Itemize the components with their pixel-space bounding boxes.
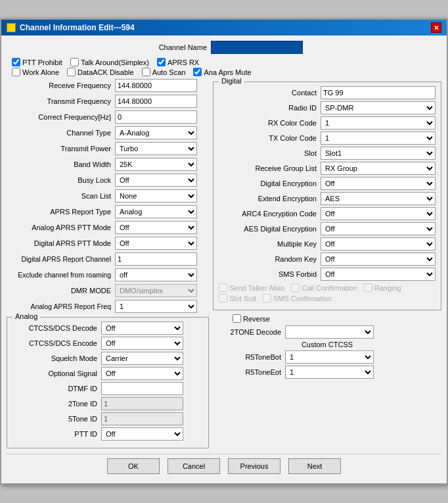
receive-group-list-select[interactable]: RX Group [321, 162, 436, 175]
channel-name-input[interactable]: APRS RX [211, 41, 303, 54]
slot-label: Slot [219, 149, 321, 157]
ana-aprs-mute-checkbox[interactable] [193, 68, 202, 76]
receive-freq-row: Receive Frequency [7, 79, 209, 92]
digital-encryption-row: Digital Encryption Off [219, 177, 436, 190]
dtmf-id-input[interactable] [101, 382, 183, 395]
radio-id-row: Radio ID SP-DMR [219, 101, 436, 114]
correct-freq-input[interactable] [115, 110, 197, 124]
previous-button[interactable]: Previous [228, 458, 280, 474]
optional-signal-select[interactable]: Off [101, 367, 183, 380]
left-column: Receive Frequency Transmit Frequency Cor… [7, 79, 209, 448]
extend-encryption-select[interactable]: AES [321, 192, 436, 205]
multiple-key-select[interactable]: Off [321, 237, 436, 251]
sms-forbid-label: SMS Forbid [219, 270, 321, 278]
ctcss-decode-label: CTCSS/DCS Decode [12, 324, 101, 332]
transmit-power-select[interactable]: Turbo [115, 142, 197, 155]
2tone-id-input[interactable] [101, 397, 183, 410]
sms-forbid-select[interactable]: Off [321, 268, 436, 281]
dmr-mode-label: DMR MODE [7, 287, 115, 295]
scan-list-row: Scan List None [7, 189, 209, 203]
auto-scan-checkbox[interactable] [142, 68, 150, 76]
contact-input[interactable] [321, 86, 436, 99]
digital-encryption-select[interactable]: Off [321, 177, 436, 190]
tx-color-code-select[interactable]: 1 [321, 132, 436, 145]
talk-around-checkbox[interactable] [70, 58, 79, 66]
sms-confirmation-checkbox[interactable] [263, 294, 271, 302]
random-key-label: Random Key [219, 255, 321, 263]
digital-aprs-channel-input[interactable] [115, 252, 197, 266]
arc4-encryption-select[interactable]: Off [321, 207, 436, 220]
receive-group-list-row: Receive Group List RX Group [219, 162, 436, 175]
r5tone-bot-row: R5ToneBot 1 [213, 350, 441, 364]
slot-suit-checkbox[interactable] [219, 294, 227, 302]
radio-id-select[interactable]: SP-DMR [321, 101, 436, 114]
squelch-mode-label: Squelch Mode [12, 354, 101, 362]
correct-freq-row: Correct Frequency[Hz] [7, 110, 209, 124]
scan-list-select[interactable]: None [115, 189, 197, 203]
dataack-label: DataACK Disable [78, 68, 134, 76]
slot-select[interactable]: Slot1 [321, 147, 436, 160]
band-width-select[interactable]: 25K [115, 158, 197, 171]
2tone-decode-select[interactable] [285, 325, 374, 339]
digital-aprs-ptt-label: Digital APRS PTT Mode [7, 239, 115, 247]
send-talker-alias-checkbox[interactable] [219, 283, 227, 292]
close-button[interactable]: ✕ [431, 22, 441, 33]
optional-signal-row: Optional Signal Off [12, 367, 203, 380]
call-confirmation-item: Call Confirmation [291, 283, 357, 292]
reverse-checkbox[interactable] [233, 314, 241, 323]
dmr-mode-select[interactable]: DMO/simplex [115, 284, 197, 297]
squelch-mode-select[interactable]: Carrier [101, 352, 183, 365]
cancel-button[interactable]: Cancel [168, 458, 220, 474]
digital-aprs-ptt-select[interactable]: Off [115, 237, 197, 250]
5tone-id-input[interactable] [101, 412, 183, 425]
ranging-checkbox[interactable] [364, 283, 372, 292]
channel-type-row: Channel Type A-Analog [7, 126, 209, 139]
title-bar: Channel Information Edit---594 ✕ [1, 20, 447, 36]
aes-digital-encryption-label: AES Digital Encryption [219, 225, 321, 233]
analog-aprs-freq-select[interactable]: 1 [115, 300, 197, 313]
random-key-row: Random Key Off [219, 252, 436, 266]
main-layout: Receive Frequency Transmit Frequency Cor… [7, 79, 441, 448]
transmit-freq-input[interactable] [115, 95, 197, 108]
aes-digital-encryption-select[interactable]: Off [321, 222, 436, 235]
r5tone-eot-label: R5ToneEot [213, 368, 285, 376]
analog-aprs-ptt-select[interactable]: Off [115, 221, 197, 234]
right-bottom-area: Reverse 2TONE Decode Custom CTCSS [213, 314, 441, 379]
5tone-id-row: 5Tone ID [12, 412, 203, 425]
aprs-rx-checkbox[interactable] [157, 58, 166, 66]
custom-ctcss-label: Custom CTCSS [213, 341, 441, 348]
next-button[interactable]: Next [288, 458, 341, 474]
receive-freq-input[interactable] [115, 79, 197, 92]
ptt-prohibit-checkbox[interactable] [12, 58, 20, 66]
rx-color-code-select[interactable]: 1 [321, 116, 436, 130]
work-alone-checkbox[interactable] [12, 68, 20, 76]
aprs-report-type-select[interactable]: Analog [115, 205, 197, 218]
channel-name-label: Channel Name [145, 43, 211, 51]
r5tone-eot-select[interactable]: 1 [285, 366, 374, 379]
ptt-id-select[interactable]: Off [101, 427, 183, 441]
r5tone-eot-row: R5ToneEot 1 [213, 366, 441, 379]
dataack-disable-checkbox[interactable] [67, 68, 76, 76]
ctcss-encode-label: CTCSS/DCS Encode [12, 339, 101, 347]
squelch-mode-row: Squelch Mode Carrier [12, 352, 203, 365]
analog-aprs-ptt-row: Analog APRS PTT Mode Off [7, 221, 209, 234]
cancel-label: Cancel [183, 462, 205, 470]
exclude-roaming-select[interactable]: off [115, 268, 197, 281]
digital-group: Digital Contact Radio ID SP-DMR [213, 82, 441, 310]
ctcss-decode-select[interactable]: Off [101, 322, 183, 335]
call-confirmation-checkbox[interactable] [291, 283, 300, 292]
ptt-id-label: PTT ID [12, 430, 101, 438]
random-key-select[interactable]: Off [321, 252, 436, 266]
aprs-rx-label: APRS RX [168, 59, 199, 66]
r5tone-bot-select[interactable]: 1 [285, 350, 374, 364]
content-area: Channel Name APRS RX PTT Prohibit Talk A… [1, 36, 447, 483]
dtmf-id-label: DTMF ID [12, 385, 101, 393]
title-bar-left: Channel Information Edit---594 [7, 23, 135, 32]
ok-button[interactable]: OK [107, 458, 160, 474]
transmit-freq-label: Transmit Frequency [7, 97, 115, 105]
exclude-roaming-row: Exclude channel from roaming off [7, 268, 209, 281]
busy-lock-select[interactable]: Off [115, 174, 197, 187]
transmit-power-row: Transmit Power Turbo [7, 142, 209, 155]
channel-type-select[interactable]: A-Analog [115, 126, 197, 139]
ctcss-encode-select[interactable]: Off [101, 337, 183, 350]
